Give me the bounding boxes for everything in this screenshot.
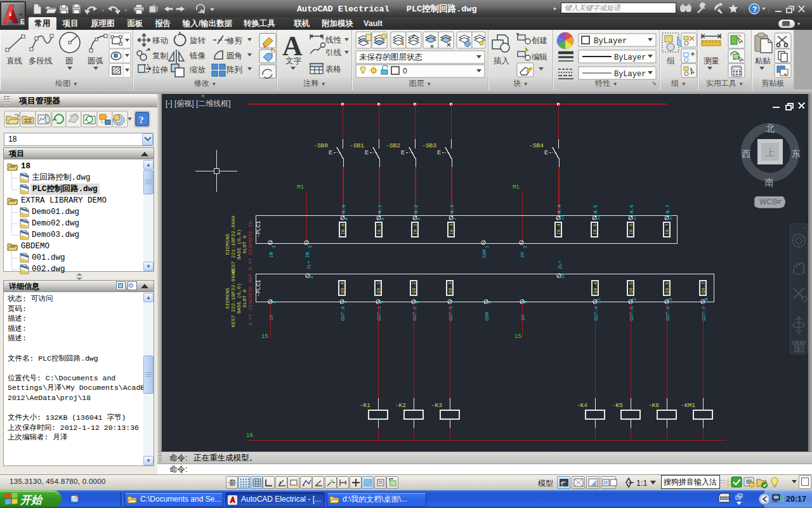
svg-text:N.6: N.6 (629, 204, 634, 213)
svg-text:N.4: N.4 (557, 204, 562, 213)
svg-text:E: E (544, 149, 548, 156)
svg-text:插入: 插入 (494, 57, 510, 65)
svg-text:N.2: N.2 (414, 204, 419, 213)
svg-text:未保存的图层状态: 未保存的图层状态 (359, 53, 422, 62)
svg-text:4: 4 (344, 217, 349, 220)
svg-text:圆: 圆 (65, 57, 74, 65)
svg-text:-SB1: -SB1 (350, 142, 364, 149)
svg-text:测量: 测量 (704, 57, 719, 65)
svg-text:BASE (0,0): BASE (0,0) (236, 283, 242, 314)
svg-text:6: 6 (416, 217, 421, 220)
svg-text:OUT.7: OUT.7 (702, 306, 707, 321)
svg-text:I0.3: I0.3 (449, 223, 454, 235)
svg-text:Q0.3: Q0.3 (448, 281, 453, 293)
svg-text:?: ? (139, 115, 144, 125)
svg-text:表格: 表格 (325, 65, 341, 74)
svg-text:BASE (0,0): BASE (0,0) (236, 229, 242, 260)
svg-text:SIEMENS: SIEMENS (225, 234, 230, 255)
svg-text:COM: COM (485, 312, 490, 321)
svg-text:15: 15 (261, 333, 268, 340)
svg-text:COM: COM (482, 249, 487, 258)
svg-text:1: 1 (485, 245, 490, 248)
svg-text:开始: 开始 (20, 494, 43, 506)
svg-text:线性: 线性 (325, 36, 342, 44)
svg-text:6ES7 221-1BF22-0XA0: 6ES7 221-1BF22-0XA0 (230, 215, 236, 273)
svg-text:N.7: N.7 (665, 204, 671, 213)
svg-text:8: 8 (487, 300, 492, 304)
svg-text:南: 南 (765, 177, 775, 187)
svg-text:OUT.4: OUT.4 (594, 306, 599, 321)
svg-text:-PLC1: -PLC1 (256, 279, 262, 297)
svg-text:3: 3 (272, 245, 277, 248)
svg-text:16: 16 (246, 432, 253, 439)
svg-text:N.1: N.1 (377, 204, 383, 213)
svg-text:创建: 创建 (531, 36, 547, 45)
svg-text:引线: 引线 (325, 48, 341, 57)
svg-text:东: 东 (792, 149, 801, 159)
svg-text:Q0.2: Q0.2 (412, 282, 417, 293)
svg-text:-K3: -K3 (431, 402, 442, 409)
svg-text:12: 12 (632, 298, 637, 304)
svg-text:-PLC1: -PLC1 (256, 220, 262, 237)
svg-text:I0.6: I0.6 (629, 223, 634, 235)
svg-text:-K1: -K1 (360, 402, 370, 409)
svg-text:Q0.0: Q0.0 (340, 281, 345, 293)
svg-text:I0.1: I0.1 (377, 223, 382, 235)
svg-text:13: 13 (668, 297, 673, 304)
svg-text:-SB4: -SB4 (529, 142, 544, 149)
svg-text:ByLayer: ByLayer (614, 70, 646, 79)
svg-text:ByLayer: ByLayer (614, 53, 646, 62)
svg-text:Q0.7: Q0.7 (701, 282, 706, 293)
svg-text:2M: 2M (521, 314, 526, 321)
svg-text:-KM1: -KM1 (681, 402, 695, 409)
svg-text:11: 11 (596, 297, 601, 304)
svg-text:-SB2: -SB2 (386, 142, 400, 149)
svg-text:OUT.5: OUT.5 (629, 306, 634, 321)
svg-text:旋转: 旋转 (190, 36, 206, 45)
svg-text:E: E (20, 18, 25, 25)
svg-text:0: 0 (403, 67, 407, 76)
svg-text:ByLayer: ByLayer (594, 37, 627, 46)
svg-text:5: 5 (379, 300, 384, 304)
svg-text:2: 2 (523, 245, 528, 248)
svg-text:多段线: 多段线 (29, 57, 53, 65)
svg-text:SIEMENS: SIEMENS (225, 288, 230, 309)
svg-text:5: 5 (380, 217, 385, 220)
svg-text:西: 西 (742, 149, 751, 159)
svg-text:WCS: WCS (759, 197, 777, 206)
svg-text:3: 3 (308, 245, 313, 248)
svg-text:Q0.5: Q0.5 (629, 281, 634, 293)
svg-text:2M: 2M (520, 251, 525, 258)
svg-text:14: 14 (668, 214, 673, 220)
svg-text:复制: 复制 (152, 51, 168, 60)
svg-text:M1: M1 (513, 184, 520, 190)
svg-text:E: E (329, 149, 332, 156)
svg-text:I0.5: I0.5 (593, 223, 598, 235)
svg-text:10: 10 (560, 272, 565, 279)
svg-text:9: 9 (523, 300, 528, 304)
svg-text:8-PT DISCRETE IN: 8-PT DISCRETE IN (247, 221, 253, 270)
svg-text:SLOT 0: SLOT 0 (242, 235, 247, 253)
svg-text:OUT.2: OUT.2 (412, 306, 417, 321)
svg-text:粘贴: 粘贴 (755, 57, 771, 65)
svg-text:-SB3: -SB3 (422, 142, 436, 149)
svg-text:8-PT DISCRETE OUT: 8-PT DISCRETE OUT (247, 274, 253, 326)
svg-text:M: M (202, 94, 204, 99)
svg-text:N.5: N.5 (593, 204, 598, 213)
svg-text:Q0.1: Q0.1 (376, 281, 381, 293)
svg-text:15: 15 (514, 333, 521, 340)
svg-text:镜像: 镜像 (189, 51, 206, 60)
svg-text:M1: M1 (297, 184, 304, 190)
svg-text:直线: 直线 (6, 57, 22, 65)
svg-text:修剪: 修剪 (226, 36, 243, 45)
svg-text:北: 北 (766, 123, 775, 133)
svg-text:E: E (401, 149, 405, 156)
svg-text:1:1: 1:1 (636, 479, 647, 488)
svg-text:×: × (803, 225, 806, 231)
svg-text:?: ? (752, 5, 757, 14)
svg-text:阵列: 阵列 (226, 65, 242, 74)
svg-text:圆弧: 圆弧 (88, 57, 104, 65)
svg-text:拉伸: 拉伸 (152, 65, 168, 74)
svg-text:OUT.3: OUT.3 (449, 306, 454, 321)
svg-text:Q0.4: Q0.4 (593, 281, 598, 293)
